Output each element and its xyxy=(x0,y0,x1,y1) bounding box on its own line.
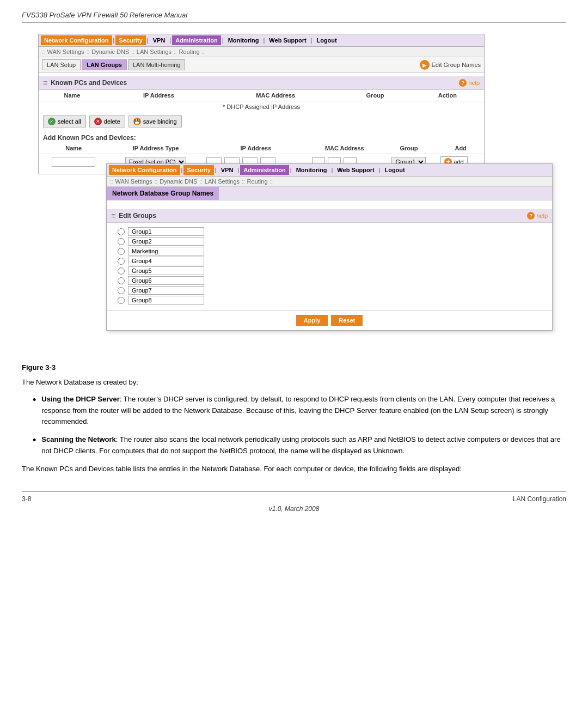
help-icon: ? xyxy=(459,79,467,87)
edit-groups-help-icon: ? xyxy=(527,212,535,220)
group1-radio[interactable] xyxy=(118,228,125,235)
col-mac: MAC Address xyxy=(212,90,340,101)
group6-radio[interactable] xyxy=(118,277,125,284)
nav2-vpn[interactable]: VPN xyxy=(218,165,237,175)
edit-group-names[interactable]: ▶ Edit Group Names xyxy=(420,60,481,70)
nav2-sep-4: | xyxy=(289,167,293,173)
bullet2-term: Scanning the Network xyxy=(41,435,116,443)
reset-btn[interactable]: Reset xyxy=(331,315,363,326)
bullet-text-2: Scanning the Network: The router also sc… xyxy=(41,434,566,457)
group4-input[interactable] xyxy=(128,257,204,265)
subnav-dynamic-dns[interactable]: Dynamic DNS xyxy=(89,48,131,55)
known-pcs-section-header: Known PCs and Devices ? help xyxy=(39,76,484,90)
ui-panel-1: Network Configuration | Security | VPN |… xyxy=(38,34,485,174)
delete-icon: ✕ xyxy=(94,118,102,125)
add-col-mac: MAC Address xyxy=(309,143,380,154)
nav-administration[interactable]: Administration xyxy=(172,35,221,45)
nav2-sep-5: | xyxy=(330,167,334,173)
subnav2-lan-settings[interactable]: LAN Settings xyxy=(203,178,242,185)
add-known-label: Add Known PCs and Devices: xyxy=(39,131,484,143)
nav2-monitoring[interactable]: Monitoring xyxy=(293,165,330,175)
select-all-btn[interactable]: ✓ select all xyxy=(43,115,86,127)
add-name-input[interactable] xyxy=(52,157,95,167)
tab-network-db-group-names[interactable]: Network Database Group Names xyxy=(107,187,219,200)
apply-reset-bar: Apply Reset xyxy=(107,310,552,330)
nav2-sep-3: | xyxy=(236,167,240,173)
nav-vpn[interactable]: VPN xyxy=(150,35,169,45)
nav2-sep-2: | xyxy=(214,167,218,173)
bullet-item-2: • Scanning the Network: The router also … xyxy=(33,434,566,457)
subnav2-routing[interactable]: Routing xyxy=(245,178,270,185)
list-item xyxy=(118,257,541,265)
subnav-routing[interactable]: Routing xyxy=(177,48,202,55)
save-binding-icon: 💾 xyxy=(133,118,141,125)
network-db-tab-bar: Network Database Group Names xyxy=(107,187,552,200)
group7-input[interactable] xyxy=(128,286,204,295)
marketing-radio[interactable] xyxy=(118,248,125,255)
list-item xyxy=(118,266,541,275)
tab-lan-groups[interactable]: LAN Groups xyxy=(82,59,127,70)
nav-sep-6: | xyxy=(310,37,314,44)
list-item xyxy=(118,276,541,285)
apply-btn[interactable]: Apply xyxy=(296,315,328,326)
save-binding-btn[interactable]: 💾 save binding xyxy=(128,115,182,127)
nav2-security[interactable]: Security xyxy=(183,165,213,175)
groups-list xyxy=(107,223,552,310)
subnav2-wan-settings[interactable]: WAN Settings xyxy=(113,178,155,185)
group1-input[interactable] xyxy=(128,227,204,236)
add-col-add: Add xyxy=(437,143,484,154)
list-item xyxy=(118,286,541,295)
nav-sep-4: | xyxy=(221,37,225,44)
group8-radio[interactable] xyxy=(118,297,125,304)
group4-radio[interactable] xyxy=(118,258,125,265)
subnav-wan-settings[interactable]: WAN Settings xyxy=(45,48,87,55)
list-item xyxy=(118,237,541,246)
col-name: Name xyxy=(39,90,106,101)
nav-logout[interactable]: Logout xyxy=(313,35,340,45)
known-pcs-title: Known PCs and Devices xyxy=(43,78,127,87)
nav-monitoring[interactable]: Monitoring xyxy=(225,35,262,45)
nav2-administration[interactable]: Administration xyxy=(240,165,289,175)
edit-group-icon: ▶ xyxy=(420,60,430,70)
group5-radio[interactable] xyxy=(118,267,125,275)
list-item xyxy=(118,227,541,236)
nav-network-config[interactable]: Network Configuration xyxy=(41,35,112,45)
nav2-web-support[interactable]: Web Support xyxy=(334,165,377,175)
nav2-network-config[interactable]: Network Configuration xyxy=(109,165,180,175)
add-col-name: Name xyxy=(39,143,108,154)
col-ip: IP Address xyxy=(106,90,212,101)
bullet-list: • Using the DHCP Server: The router’s DH… xyxy=(33,394,566,457)
marketing-input[interactable] xyxy=(128,247,204,255)
nav-sep-1: | xyxy=(112,37,116,44)
nav-bar-1: Network Configuration | Security | VPN |… xyxy=(39,34,484,47)
col-action: Action xyxy=(411,90,484,101)
group2-input[interactable] xyxy=(128,237,204,246)
nav2-logout[interactable]: Logout xyxy=(381,165,408,175)
footer-section: LAN Configuration xyxy=(513,495,566,503)
doc-footer: 3-8 LAN Configuration xyxy=(22,491,566,503)
delete-btn[interactable]: ✕ delete xyxy=(89,115,125,127)
subnav-lan-settings[interactable]: LAN Settings xyxy=(134,48,174,55)
group2-radio[interactable] xyxy=(118,238,125,245)
known-pcs-table: Name IP Address MAC Address Group Action… xyxy=(39,90,484,112)
col-group: Group xyxy=(340,90,411,101)
list-item xyxy=(118,296,541,305)
nav-security[interactable]: Security xyxy=(115,35,145,45)
footer-page: 3-8 xyxy=(22,495,31,503)
add-col-ip: IP Address xyxy=(203,143,309,154)
add-col-ip-type: IP Address Type xyxy=(108,143,203,154)
figure-label: Figure 3-3 xyxy=(22,363,566,372)
nav-web-support[interactable]: Web Support xyxy=(266,35,309,45)
tab-lan-multi-homing[interactable]: LAN Multi-homing xyxy=(128,59,185,70)
group6-input[interactable] xyxy=(128,276,204,285)
group7-radio[interactable] xyxy=(118,287,125,294)
group8-input[interactable] xyxy=(128,296,204,305)
known-pcs-help-btn[interactable]: ? help xyxy=(459,79,480,87)
subnav2-dynamic-dns[interactable]: Dynamic DNS xyxy=(157,178,199,185)
list-item xyxy=(118,247,541,255)
group5-input[interactable] xyxy=(128,266,204,275)
edit-groups-help-btn[interactable]: ? help xyxy=(527,212,548,220)
tab-lan-setup[interactable]: LAN Setup xyxy=(42,59,81,70)
bullet-dot-2: • xyxy=(33,434,36,447)
nav2-sep-6: | xyxy=(378,167,382,173)
